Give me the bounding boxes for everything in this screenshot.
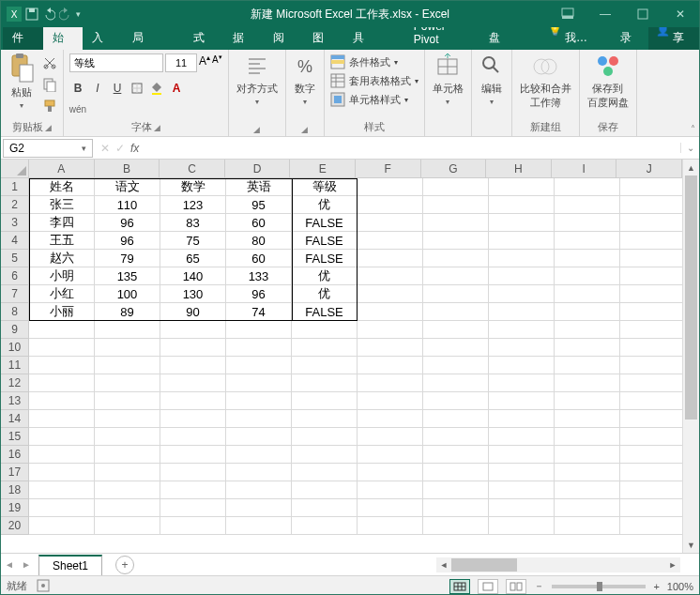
zoom-in-button[interactable]: + xyxy=(653,581,659,592)
cell[interactable] xyxy=(555,196,620,214)
zoom-out-button[interactable]: － xyxy=(534,579,544,593)
cell[interactable] xyxy=(489,339,555,357)
scrollbar-thumb[interactable] xyxy=(685,175,697,420)
cell[interactable] xyxy=(620,232,686,250)
minimize-icon[interactable]: — xyxy=(586,1,624,27)
column-header[interactable]: I xyxy=(552,160,617,178)
cell[interactable] xyxy=(489,267,555,285)
cell[interactable] xyxy=(620,214,686,232)
cell[interactable] xyxy=(358,374,423,392)
cell[interactable] xyxy=(160,357,226,374)
cell[interactable] xyxy=(160,464,226,481)
row-header[interactable]: 2 xyxy=(1,196,29,214)
cell[interactable] xyxy=(489,464,555,481)
row-header[interactable]: 19 xyxy=(1,499,29,517)
cell[interactable] xyxy=(423,446,489,464)
cell[interactable]: 96 xyxy=(95,232,160,250)
cell[interactable] xyxy=(555,178,620,196)
bold-icon[interactable]: B xyxy=(69,82,86,95)
scroll-up-icon[interactable]: ▲ xyxy=(683,160,699,175)
underline-icon[interactable]: U xyxy=(109,82,126,95)
cell[interactable] xyxy=(555,499,620,517)
cell[interactable] xyxy=(620,374,686,392)
cell[interactable] xyxy=(423,499,489,517)
cell[interactable]: 110 xyxy=(95,196,160,214)
row-header[interactable]: 9 xyxy=(1,321,29,339)
cell[interactable] xyxy=(555,357,620,374)
cell[interactable]: 数学 xyxy=(160,178,226,196)
cell[interactable] xyxy=(489,303,555,321)
cell[interactable] xyxy=(226,428,292,446)
cell[interactable] xyxy=(95,481,160,499)
row-header[interactable]: 11 xyxy=(1,357,29,374)
phonetic-icon[interactable]: wén xyxy=(69,104,86,114)
table-format-button[interactable]: 套用表格格式▾ xyxy=(330,72,418,89)
cell[interactable] xyxy=(95,464,160,481)
cell[interactable] xyxy=(555,464,620,481)
expand-formula-icon[interactable]: ⌄ xyxy=(680,143,699,153)
cell[interactable] xyxy=(29,499,95,517)
cell[interactable]: 优 xyxy=(292,196,358,214)
zoom-level[interactable]: 100% xyxy=(667,581,693,592)
cell[interactable]: 优 xyxy=(292,267,358,285)
cell[interactable] xyxy=(358,303,423,321)
cell[interactable] xyxy=(555,374,620,392)
cell[interactable] xyxy=(620,481,686,499)
decrease-font-icon[interactable]: A▾ xyxy=(212,53,222,72)
conditional-format-button[interactable]: 条件格式▾ xyxy=(330,53,398,70)
formula-input[interactable] xyxy=(145,138,680,159)
page-break-view-icon[interactable] xyxy=(506,579,526,594)
row-header[interactable]: 4 xyxy=(1,232,29,250)
italic-icon[interactable]: I xyxy=(89,82,106,95)
column-header[interactable]: C xyxy=(160,160,225,178)
cell[interactable]: 89 xyxy=(95,303,160,321)
sheet-nav-prev-icon[interactable]: ◄ xyxy=(1,559,18,570)
cell[interactable]: 65 xyxy=(160,250,226,267)
cell[interactable] xyxy=(292,374,358,392)
cell[interactable] xyxy=(160,321,226,339)
cell[interactable] xyxy=(292,464,358,481)
number-button[interactable]: % 数字 ▾ xyxy=(292,53,318,106)
cell[interactable] xyxy=(226,392,292,410)
cell[interactable] xyxy=(489,196,555,214)
cell[interactable] xyxy=(95,339,160,357)
cell[interactable] xyxy=(489,428,555,446)
cell[interactable]: 张三 xyxy=(29,196,95,214)
cell[interactable] xyxy=(489,232,555,250)
cell[interactable]: 小红 xyxy=(29,285,95,303)
cell[interactable] xyxy=(620,267,686,285)
cell[interactable]: 123 xyxy=(160,196,226,214)
cell[interactable] xyxy=(292,357,358,374)
cell[interactable]: 英语 xyxy=(226,178,292,196)
cell[interactable]: 75 xyxy=(160,232,226,250)
row-header[interactable]: 5 xyxy=(1,250,29,267)
cells-button[interactable]: 单元格 ▾ xyxy=(431,53,465,106)
cell[interactable] xyxy=(620,196,686,214)
cell[interactable] xyxy=(555,250,620,267)
cell[interactable] xyxy=(489,321,555,339)
cell[interactable] xyxy=(358,464,423,481)
cell[interactable] xyxy=(423,464,489,481)
cell[interactable] xyxy=(423,374,489,392)
row-header[interactable]: 6 xyxy=(1,267,29,285)
font-name-select[interactable] xyxy=(69,53,163,72)
normal-view-icon[interactable] xyxy=(449,579,470,594)
cell[interactable]: 赵六 xyxy=(29,250,95,267)
cell[interactable] xyxy=(29,428,95,446)
cell[interactable] xyxy=(226,374,292,392)
cell[interactable] xyxy=(489,446,555,464)
cell[interactable] xyxy=(95,446,160,464)
cell[interactable] xyxy=(226,499,292,517)
cell[interactable]: 135 xyxy=(95,267,160,285)
cell[interactable] xyxy=(29,464,95,481)
cell[interactable] xyxy=(226,357,292,374)
increase-font-icon[interactable]: A▴ xyxy=(199,53,210,72)
cell[interactable] xyxy=(555,285,620,303)
row-header[interactable]: 10 xyxy=(1,339,29,357)
cell[interactable] xyxy=(489,374,555,392)
cell[interactable] xyxy=(226,464,292,481)
row-header[interactable]: 7 xyxy=(1,285,29,303)
cell[interactable] xyxy=(95,321,160,339)
cell[interactable]: 60 xyxy=(226,250,292,267)
cell[interactable] xyxy=(358,517,423,535)
